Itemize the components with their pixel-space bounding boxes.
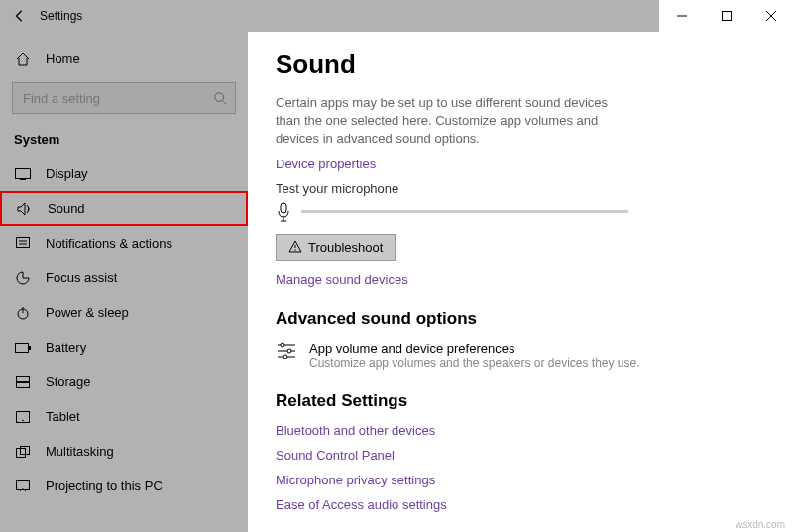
main-content: Sound Certain apps may be set up to use …: [248, 32, 793, 532]
sidebar-item-sound[interactable]: Sound: [0, 191, 248, 226]
power-icon: [14, 306, 32, 320]
sidebar-item-label: Tablet: [46, 409, 80, 424]
related-link-bluetooth[interactable]: Bluetooth and other devices: [276, 423, 765, 438]
sidebar-item-label: Projecting to this PC: [46, 479, 163, 493]
app-volume-pref[interactable]: App volume and device preferences Custom…: [276, 341, 765, 370]
related-link-mic-privacy[interactable]: Microphone privacy settings: [276, 473, 765, 487]
svg-point-24: [294, 249, 295, 250]
close-icon: [766, 11, 776, 21]
warning-icon: [288, 240, 302, 254]
sidebar-item-label: Display: [46, 166, 88, 181]
svg-rect-15: [17, 376, 30, 381]
sidebar-item-label: Storage: [46, 374, 91, 389]
close-button[interactable]: [748, 0, 793, 32]
pref-title: App volume and device preferences: [309, 341, 640, 356]
home-icon: [14, 52, 32, 67]
mic-level-bar: [301, 210, 628, 213]
storage-icon: [14, 376, 32, 388]
svg-point-28: [287, 349, 291, 353]
sound-icon: [16, 202, 34, 216]
sidebar-item-label: Multitasking: [46, 444, 114, 459]
svg-point-30: [283, 355, 287, 359]
svg-rect-14: [29, 346, 31, 350]
sidebar-item-power[interactable]: Power & sleep: [0, 295, 248, 330]
sidebar-item-battery[interactable]: Battery: [0, 330, 248, 365]
search-box[interactable]: [12, 82, 236, 114]
svg-point-4: [215, 93, 224, 102]
search-input[interactable]: [21, 90, 213, 107]
sidebar-item-multitasking[interactable]: Multitasking: [0, 434, 248, 469]
related-link-ease-access[interactable]: Ease of Access audio settings: [276, 497, 765, 512]
sidebar-home-label: Home: [46, 52, 80, 66]
related-heading: Related Settings: [276, 391, 765, 411]
svg-rect-1: [722, 12, 731, 21]
window-title: Settings: [40, 9, 82, 23]
sidebar-item-label: Notifications & actions: [46, 236, 172, 251]
back-button[interactable]: [0, 9, 40, 23]
sidebar-item-label: Focus assist: [46, 270, 117, 285]
notifications-icon: [14, 237, 32, 251]
maximize-icon: [722, 11, 732, 21]
battery-icon: [14, 343, 32, 353]
mic-level-row: [276, 202, 765, 222]
svg-point-18: [22, 419, 24, 421]
display-icon: [14, 168, 32, 180]
sidebar-item-label: Battery: [46, 340, 86, 355]
watermark: wsxdn.com: [736, 519, 785, 530]
pref-subtitle: Customize app volumes and the speakers o…: [309, 356, 640, 370]
sidebar-item-notifications[interactable]: Notifications & actions: [0, 226, 248, 261]
minimize-icon: [677, 11, 687, 21]
manage-devices-link[interactable]: Manage sound devices: [276, 272, 765, 287]
sidebar-item-label: Sound: [48, 201, 85, 216]
sidebar-item-focus-assist[interactable]: Focus assist: [0, 261, 248, 295]
sidebar-category: System: [0, 124, 248, 157]
sidebar-item-display[interactable]: Display: [0, 157, 248, 191]
minimize-button[interactable]: [659, 0, 704, 32]
test-mic-label: Test your microphone: [276, 181, 765, 196]
search-icon: [213, 91, 227, 105]
svg-line-5: [223, 101, 227, 105]
device-properties-link[interactable]: Device properties: [276, 157, 765, 171]
page-title: Sound: [276, 50, 765, 80]
sidebar: Home System Display Sound Notifications …: [0, 32, 248, 532]
sidebar-item-projecting[interactable]: Projecting to this PC: [0, 469, 248, 503]
svg-rect-13: [16, 343, 29, 352]
sliders-icon: [276, 341, 297, 359]
svg-rect-8: [17, 237, 30, 247]
projecting-icon: [14, 480, 32, 492]
window-controls: [659, 0, 793, 32]
troubleshoot-button[interactable]: Troubleshoot: [276, 234, 396, 261]
titlebar: Settings: [0, 0, 793, 32]
advanced-heading: Advanced sound options: [276, 309, 765, 329]
multitasking-icon: [14, 446, 32, 458]
focus-icon: [14, 271, 32, 285]
sidebar-item-storage[interactable]: Storage: [0, 365, 248, 399]
svg-rect-22: [281, 203, 286, 213]
page-description: Certain apps may be set up to use differ…: [276, 94, 623, 149]
related-link-control-panel[interactable]: Sound Control Panel: [276, 448, 765, 463]
microphone-icon: [276, 202, 291, 222]
svg-rect-6: [16, 168, 31, 178]
sidebar-item-label: Power & sleep: [46, 305, 129, 320]
svg-rect-21: [17, 480, 30, 489]
svg-rect-16: [17, 382, 30, 387]
back-icon: [13, 9, 27, 23]
maximize-button[interactable]: [704, 0, 748, 32]
svg-point-26: [281, 343, 284, 347]
sidebar-home[interactable]: Home: [0, 42, 248, 76]
troubleshoot-label: Troubleshoot: [308, 240, 383, 255]
sidebar-item-tablet[interactable]: Tablet: [0, 399, 248, 434]
tablet-icon: [14, 411, 32, 423]
